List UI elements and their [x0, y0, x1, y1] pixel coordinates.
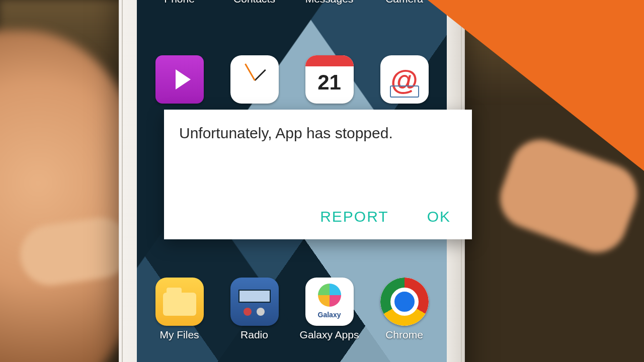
- overlay-triangle: [428, 0, 644, 171]
- app-label: Chrome: [385, 329, 423, 341]
- app-label: My Files: [159, 329, 199, 341]
- app-phone[interactable]: Phone: [144, 0, 215, 5]
- app-clock[interactable]: [219, 55, 290, 107]
- chrome-icon: [380, 278, 429, 326]
- app-label: Phone: [164, 0, 195, 5]
- app-label: Contacts: [233, 0, 275, 5]
- app-video[interactable]: [144, 55, 215, 107]
- app-label: Radio: [240, 329, 268, 341]
- radio-icon: [230, 278, 279, 326]
- app-contacts[interactable]: Contacts: [219, 0, 290, 5]
- app-label: Messages: [305, 0, 354, 5]
- clock-icon: [230, 55, 279, 104]
- email-icon: [380, 55, 429, 104]
- calendar-header-bar: [305, 55, 354, 66]
- calendar-day-number: 21: [317, 70, 341, 95]
- app-row-1: Phone Contacts Messages Camera: [137, 0, 447, 5]
- video-icon: [155, 55, 204, 104]
- dialog-actions: REPORT OK: [316, 205, 455, 228]
- app-myfiles[interactable]: My Files: [144, 278, 215, 341]
- app-label: Camera: [385, 0, 423, 5]
- app-label: Galaxy Apps: [300, 329, 359, 341]
- folder-icon: [155, 278, 204, 326]
- app-calendar[interactable]: 21: [294, 55, 365, 107]
- app-radio[interactable]: Radio: [219, 278, 290, 341]
- app-row-3: My Files Radio Galaxy Galaxy Apps Chrome: [137, 278, 447, 341]
- dialog-message: Unfortunately, App has stopped.: [179, 125, 393, 142]
- app-galaxyapps[interactable]: Galaxy Galaxy Apps: [294, 278, 365, 341]
- galaxy-icon-text: Galaxy: [318, 311, 341, 319]
- app-chrome[interactable]: Chrome: [369, 278, 440, 341]
- galaxy-apps-icon: Galaxy: [305, 278, 354, 326]
- app-messages[interactable]: Messages: [294, 0, 365, 5]
- report-button[interactable]: REPORT: [316, 205, 392, 228]
- ok-button[interactable]: OK: [423, 205, 455, 228]
- error-dialog: Unfortunately, App has stopped. REPORT O…: [164, 110, 472, 239]
- calendar-icon: 21: [305, 55, 354, 104]
- scene: Phone Contacts Messages Camera: [0, 0, 644, 362]
- app-row-2: 21: [137, 55, 447, 107]
